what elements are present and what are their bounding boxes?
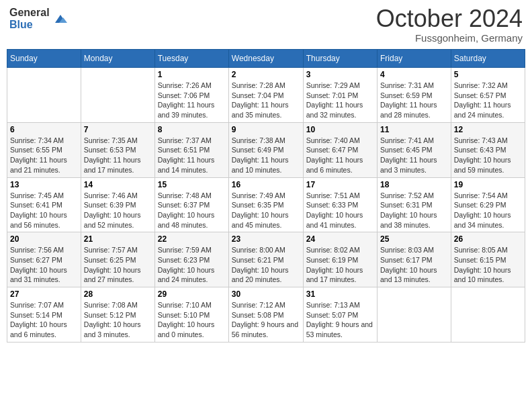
logo-general-text: General (9, 7, 50, 19)
sunrise-text: Sunrise: 7:32 AM (454, 81, 508, 89)
day-number: 8 (158, 125, 226, 134)
daylight-text: Daylight: 10 hours and 45 minutes. (232, 211, 289, 229)
day-info: Sunrise: 7:35 AM Sunset: 6:53 PM Dayligh… (84, 136, 152, 175)
daylight-text: Daylight: 9 hours and 56 minutes. (232, 320, 298, 338)
title-area: October 2024 Fussgonheim, Germany (376, 7, 523, 44)
day-info: Sunrise: 7:13 AM Sunset: 5:07 PM Dayligh… (306, 300, 374, 340)
calendar-cell: 10 Sunrise: 7:40 AM Sunset: 6:47 PM Dayl… (303, 122, 377, 177)
calendar-cell: 26 Sunrise: 8:05 AM Sunset: 6:15 PM Dayl… (451, 232, 525, 287)
day-info: Sunrise: 7:29 AM Sunset: 7:01 PM Dayligh… (306, 81, 374, 120)
calendar-cell: 31 Sunrise: 7:13 AM Sunset: 5:07 PM Dayl… (303, 287, 377, 342)
calendar-cell: 12 Sunrise: 7:43 AM Sunset: 6:43 PM Dayl… (451, 122, 525, 177)
sunrise-text: Sunrise: 7:38 AM (232, 136, 285, 144)
daylight-text: Daylight: 11 hours and 21 minutes. (10, 156, 67, 174)
daylight-text: Daylight: 11 hours and 32 minutes. (306, 101, 363, 119)
daylight-text: Daylight: 10 hours and 3 minutes. (84, 320, 141, 338)
day-number: 30 (232, 289, 300, 299)
daylight-text: Daylight: 10 hours and 0 minutes. (158, 320, 215, 338)
sunset-text: Sunset: 6:19 PM (306, 256, 359, 264)
sunrise-text: Sunrise: 7:43 AM (454, 136, 508, 144)
day-number: 26 (454, 234, 522, 244)
sunrise-text: Sunrise: 8:00 AM (232, 246, 285, 254)
day-of-week-header: Monday (81, 50, 154, 68)
daylight-text: Daylight: 10 hours and 41 minutes. (306, 211, 363, 229)
day-info: Sunrise: 8:00 AM Sunset: 6:21 PM Dayligh… (232, 245, 300, 285)
calendar-cell: 18 Sunrise: 7:52 AM Sunset: 6:31 PM Dayl… (377, 177, 451, 232)
day-info: Sunrise: 7:49 AM Sunset: 6:35 PM Dayligh… (232, 191, 300, 230)
day-info: Sunrise: 7:46 AM Sunset: 6:39 PM Dayligh… (84, 191, 152, 230)
daylight-text: Daylight: 11 hours and 6 minutes. (306, 156, 363, 174)
calendar-cell: 29 Sunrise: 7:10 AM Sunset: 5:10 PM Dayl… (154, 287, 228, 342)
day-info: Sunrise: 7:56 AM Sunset: 6:27 PM Dayligh… (10, 245, 78, 285)
day-number: 1 (158, 70, 226, 79)
calendar-cell: 20 Sunrise: 7:56 AM Sunset: 6:27 PM Dayl… (7, 232, 81, 287)
daylight-text: Daylight: 10 hours and 17 minutes. (306, 266, 363, 284)
daylight-text: Daylight: 11 hours and 17 minutes. (84, 156, 141, 174)
sunrise-text: Sunrise: 7:10 AM (158, 301, 212, 309)
daylight-text: Daylight: 11 hours and 24 minutes. (454, 101, 511, 119)
sunset-text: Sunset: 6:17 PM (380, 256, 433, 264)
calendar-cell: 3 Sunrise: 7:29 AM Sunset: 7:01 PM Dayli… (303, 68, 377, 123)
calendar-cell: 21 Sunrise: 7:57 AM Sunset: 6:25 PM Dayl… (81, 232, 154, 287)
sunrise-text: Sunrise: 7:37 AM (158, 136, 212, 144)
day-number: 25 (380, 234, 448, 244)
sunset-text: Sunset: 6:55 PM (10, 146, 62, 154)
day-number: 3 (306, 70, 374, 79)
daylight-text: Daylight: 10 hours and 13 minutes. (380, 266, 437, 284)
day-number: 2 (232, 70, 300, 79)
calendar-cell (377, 287, 451, 342)
day-info: Sunrise: 7:57 AM Sunset: 6:25 PM Dayligh… (84, 245, 152, 285)
sunset-text: Sunset: 6:51 PM (158, 146, 210, 154)
daylight-text: Daylight: 10 hours and 20 minutes. (232, 266, 289, 284)
day-info: Sunrise: 7:32 AM Sunset: 6:57 PM Dayligh… (454, 81, 522, 120)
daylight-text: Daylight: 11 hours and 3 minutes. (380, 156, 437, 174)
calendar-header-row: SundayMondayTuesdayWednesdayThursdayFrid… (7, 50, 525, 68)
sunrise-text: Sunrise: 7:41 AM (380, 136, 434, 144)
day-number: 19 (454, 180, 522, 189)
calendar-cell: 14 Sunrise: 7:46 AM Sunset: 6:39 PM Dayl… (81, 177, 154, 232)
calendar-cell: 1 Sunrise: 7:26 AM Sunset: 7:06 PM Dayli… (154, 68, 228, 123)
sunrise-text: Sunrise: 7:12 AM (232, 301, 285, 309)
daylight-text: Daylight: 11 hours and 14 minutes. (158, 156, 215, 174)
day-number: 5 (454, 70, 522, 79)
sunrise-text: Sunrise: 7:49 AM (232, 191, 285, 199)
daylight-text: Daylight: 10 hours and 6 minutes. (10, 320, 67, 338)
calendar-cell: 17 Sunrise: 7:51 AM Sunset: 6:33 PM Dayl… (303, 177, 377, 232)
sunrise-text: Sunrise: 7:29 AM (306, 81, 360, 89)
day-number: 23 (232, 234, 300, 244)
day-info: Sunrise: 7:52 AM Sunset: 6:31 PM Dayligh… (380, 191, 448, 230)
day-number: 7 (84, 125, 152, 134)
sunset-text: Sunset: 6:43 PM (454, 146, 506, 154)
day-number: 16 (232, 180, 300, 189)
sunrise-text: Sunrise: 8:03 AM (380, 246, 434, 254)
day-info: Sunrise: 7:48 AM Sunset: 6:37 PM Dayligh… (158, 191, 226, 230)
page-header: General Blue October 2024 Fussgonheim, G… (7, 7, 525, 44)
sunset-text: Sunset: 5:12 PM (84, 311, 136, 319)
day-of-week-header: Friday (377, 50, 451, 68)
calendar-week-row: 1 Sunrise: 7:26 AM Sunset: 7:06 PM Dayli… (7, 68, 525, 123)
day-info: Sunrise: 7:40 AM Sunset: 6:47 PM Dayligh… (306, 136, 374, 175)
calendar-cell: 27 Sunrise: 7:07 AM Sunset: 5:14 PM Dayl… (7, 287, 81, 342)
sunrise-text: Sunrise: 7:51 AM (306, 191, 360, 199)
calendar-cell (451, 287, 525, 342)
calendar-table: SundayMondayTuesdayWednesdayThursdayFrid… (7, 49, 525, 342)
daylight-text: Daylight: 10 hours and 59 minutes. (454, 156, 511, 174)
day-number: 15 (158, 180, 226, 189)
sunset-text: Sunset: 6:29 PM (454, 201, 506, 209)
sunrise-text: Sunrise: 7:35 AM (84, 136, 138, 144)
day-number: 24 (306, 234, 374, 244)
daylight-text: Daylight: 10 hours and 56 minutes. (10, 211, 67, 229)
day-info: Sunrise: 7:08 AM Sunset: 5:12 PM Dayligh… (84, 300, 152, 340)
daylight-text: Daylight: 10 hours and 38 minutes. (380, 211, 437, 229)
daylight-text: Daylight: 10 hours and 10 minutes. (454, 266, 511, 284)
sunset-text: Sunset: 5:14 PM (10, 311, 62, 319)
day-of-week-header: Wednesday (228, 50, 303, 68)
sunrise-text: Sunrise: 7:34 AM (10, 136, 64, 144)
sunrise-text: Sunrise: 8:05 AM (454, 246, 508, 254)
daylight-text: Daylight: 10 hours and 31 minutes. (10, 266, 67, 284)
calendar-week-row: 13 Sunrise: 7:45 AM Sunset: 6:41 PM Dayl… (7, 177, 525, 232)
sunset-text: Sunset: 7:04 PM (232, 91, 284, 99)
sunset-text: Sunset: 6:53 PM (84, 146, 136, 154)
day-of-week-header: Saturday (451, 50, 525, 68)
sunrise-text: Sunrise: 7:45 AM (10, 191, 64, 199)
